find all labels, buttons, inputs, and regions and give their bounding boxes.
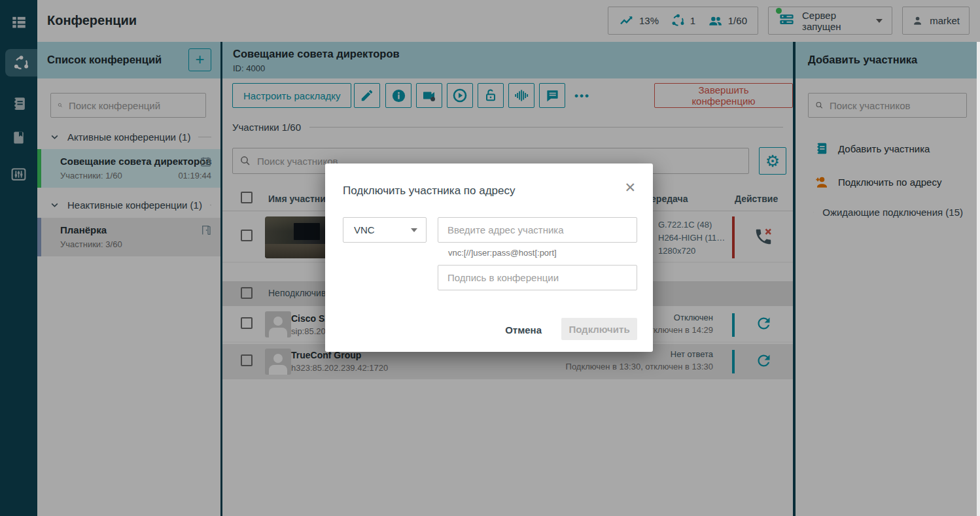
address-format-hint: vnc:[//]user:pass@host[:port]: [448, 248, 557, 258]
protocol-value: VNC: [354, 224, 411, 235]
chevron-down-icon: [411, 228, 417, 232]
address-input[interactable]: [438, 217, 637, 243]
modal-title: Подключить участника по адресу: [343, 184, 516, 198]
caption-input[interactable]: [438, 265, 637, 290]
connect-by-address-modal: Подключить участника по адресу ✕ VNC vnc…: [325, 163, 653, 352]
trueconf-admin-screen: Конференции 13% 1: [0, 0, 980, 516]
close-icon[interactable]: ✕: [624, 181, 636, 194]
protocol-select[interactable]: VNC: [343, 217, 427, 243]
connect-button[interactable]: Подключить: [561, 318, 637, 340]
scrollbar[interactable]: [977, 42, 980, 516]
cancel-button[interactable]: Отмена: [505, 324, 542, 335]
